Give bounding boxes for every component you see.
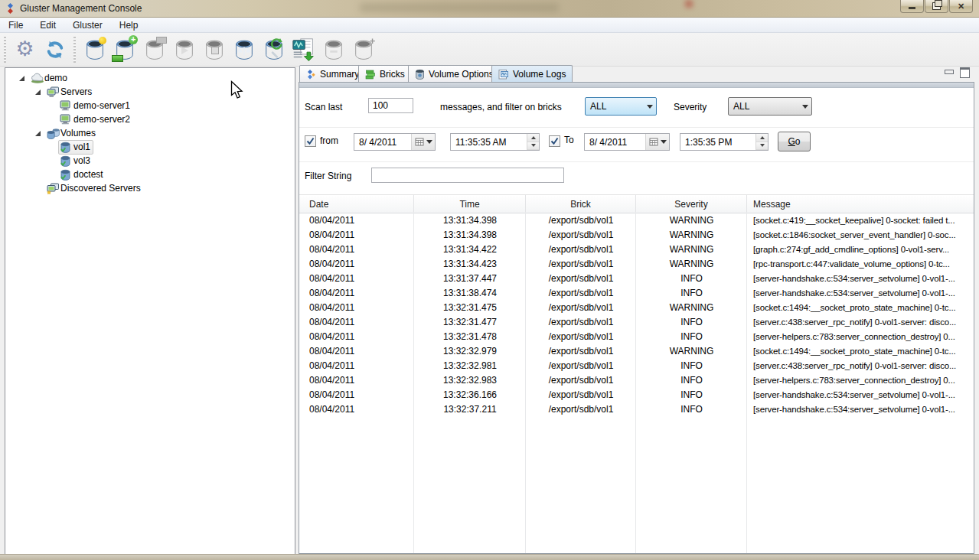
- column-header-date[interactable]: Date: [299, 195, 414, 213]
- expand-arrow-icon[interactable]: [18, 75, 29, 82]
- table-row[interactable]: 08/04/201113:31:34.398/export/sdb/vol1WA…: [299, 227, 974, 242]
- chevron-down-icon: [799, 105, 811, 109]
- tree-label: vol1: [73, 142, 90, 152]
- app-window: Gluster Management Console ✕ File Edit G…: [0, 0, 979, 560]
- volume-logs-icon: [498, 69, 509, 80]
- cell-message: [socket.c:1494:__socket_proto_state_mach…: [747, 347, 974, 356]
- tree-item-vol1[interactable]: vol1: [5, 140, 295, 154]
- tree-item-demo-server1[interactable]: demo-server1: [5, 99, 295, 112]
- cell-time: 13:31:34.398: [414, 230, 526, 240]
- spin-up-icon[interactable]: [756, 134, 768, 142]
- spin-up-icon[interactable]: [527, 134, 539, 142]
- minimize-button[interactable]: [900, 0, 924, 13]
- cell-time: 13:32:31.475: [414, 302, 526, 313]
- column-header-time[interactable]: Time: [414, 195, 526, 213]
- scan-last-label: Scan last: [305, 102, 342, 112]
- tree-item-doctest[interactable]: doctest: [5, 168, 295, 181]
- expand-arrow-icon[interactable]: [34, 130, 45, 137]
- to-time-spinner[interactable]: 1:35:35 PM: [680, 133, 769, 151]
- tree-item-discovered-servers[interactable]: Discovered Servers: [5, 181, 295, 195]
- table-row[interactable]: 08/04/201113:32:36.166/export/sdb/vol1IN…: [299, 387, 974, 402]
- clear-logs-button[interactable]: [319, 35, 348, 64]
- download-logs-button[interactable]: [289, 35, 318, 64]
- table-row[interactable]: 08/04/201113:31:34.423/export/sdb/vol1WA…: [299, 256, 974, 271]
- go-button[interactable]: Go: [778, 132, 811, 151]
- spinner-buttons[interactable]: [755, 134, 768, 150]
- cell-brick: /export/sdb/vol1: [526, 302, 636, 313]
- column-header-message[interactable]: Message: [747, 195, 974, 213]
- from-label: from: [320, 135, 338, 146]
- spinner-buttons[interactable]: [527, 134, 539, 150]
- table-row[interactable]: 08/04/201113:32:37.211/export/sdb/vol1IN…: [299, 402, 974, 416]
- cell-date: 08/04/2011: [299, 317, 414, 327]
- menu-edit[interactable]: Edit: [31, 18, 64, 32]
- spin-down-icon[interactable]: [527, 142, 539, 151]
- table-row[interactable]: 08/04/201113:31:34.422/export/sdb/vol1WA…: [299, 242, 974, 256]
- table-row[interactable]: 08/04/201113:32:32.979/export/sdb/vol1WA…: [299, 343, 974, 358]
- to-checkbox[interactable]: [549, 135, 560, 147]
- cell-message: [server.c:438:server_rpc_notify] 0-vol1-…: [747, 317, 974, 327]
- start-volume-button[interactable]: [170, 35, 198, 64]
- plus-badge-icon: +: [129, 35, 138, 44]
- tab-summary[interactable]: Summary: [299, 65, 366, 83]
- menu-file[interactable]: File: [0, 18, 31, 32]
- cell-severity: INFO: [636, 360, 747, 371]
- create-volume-button[interactable]: [80, 35, 109, 64]
- table-row[interactable]: 08/04/201113:31:38.474/export/sdb/vol1IN…: [299, 285, 974, 300]
- spin-down-icon[interactable]: [756, 142, 768, 151]
- cell-brick: /export/sdb/vol1: [526, 259, 636, 269]
- servers-group-icon: [47, 86, 60, 97]
- tab-bricks[interactable]: Bricks: [358, 65, 412, 83]
- tree-item-servers[interactable]: Servers: [5, 85, 295, 99]
- cell-severity: WARNING: [636, 346, 747, 357]
- add-brick-button[interactable]: +: [110, 35, 139, 64]
- tab-label: Volume Options: [429, 69, 494, 80]
- divider: [299, 161, 974, 162]
- expand-arrow-icon[interactable]: [34, 89, 45, 96]
- panel-maximize-icon[interactable]: [960, 67, 970, 78]
- to-date-picker[interactable]: 8/ 4/2011: [584, 133, 670, 151]
- table-row[interactable]: 08/04/201113:32:32.981/export/sdb/vol1IN…: [299, 358, 974, 373]
- tab-bar: Summary Bricks Volume Options Volume Log…: [299, 65, 974, 83]
- delete-volume-button[interactable]: +: [349, 35, 377, 64]
- tree-label: demo-server2: [73, 114, 130, 125]
- table-row[interactable]: 08/04/201113:31:34.398/export/sdb/vol1WA…: [299, 213, 974, 227]
- table-row[interactable]: 08/04/201113:32:31.475/export/sdb/vol1WA…: [299, 300, 974, 314]
- menu-help[interactable]: Help: [111, 18, 147, 32]
- tab-volume-logs[interactable]: Volume Logs: [491, 65, 573, 83]
- tree-item-vol3[interactable]: vol3: [5, 154, 295, 168]
- remove-brick-button[interactable]: [140, 35, 168, 64]
- column-header-brick[interactable]: Brick: [526, 195, 636, 213]
- from-date-picker[interactable]: 8/ 4/2011: [354, 133, 436, 151]
- restore-button[interactable]: [925, 0, 948, 13]
- tree-item-volumes[interactable]: Volumes: [5, 126, 295, 140]
- settings-button[interactable]: ⚙: [11, 35, 39, 64]
- column-header-severity[interactable]: Severity: [636, 195, 747, 213]
- severity-dropdown[interactable]: ALL: [728, 97, 812, 116]
- summary-icon: [306, 70, 316, 80]
- table-row[interactable]: 08/04/201113:32:31.478/export/sdb/vol1IN…: [299, 329, 974, 343]
- scan-last-input[interactable]: [368, 98, 413, 113]
- cell-date: 08/04/2011: [299, 375, 414, 386]
- panel-minimize-icon[interactable]: [945, 70, 954, 74]
- refresh-button[interactable]: [41, 35, 69, 64]
- table-row[interactable]: 08/04/201113:32:32.983/export/sdb/vol1IN…: [299, 373, 974, 387]
- rebalance-volume-button[interactable]: [230, 35, 258, 64]
- table-row[interactable]: 08/04/201113:32:31.477/export/sdb/vol1IN…: [299, 314, 974, 329]
- from-time-spinner[interactable]: 11:35:35 AM: [450, 133, 540, 151]
- from-checkbox[interactable]: [305, 135, 316, 147]
- calendar-icon[interactable]: [411, 134, 435, 150]
- table-row[interactable]: 08/04/201113:31:37.447/export/sdb/vol1IN…: [299, 271, 974, 285]
- selected-tree-item[interactable]: vol1: [58, 140, 93, 155]
- close-button[interactable]: ✕: [949, 0, 973, 13]
- calendar-icon[interactable]: [645, 134, 669, 150]
- menu-gluster[interactable]: Gluster: [64, 18, 111, 32]
- bricks-filter-dropdown[interactable]: ALL: [585, 97, 657, 116]
- filter-string-input[interactable]: [371, 168, 564, 183]
- tree-label: demo: [44, 73, 67, 83]
- stop-volume-button[interactable]: [200, 35, 228, 64]
- migrate-brick-button[interactable]: [259, 35, 288, 64]
- tree-item-demo-server2[interactable]: demo-server2: [5, 112, 295, 126]
- tree-item-demo[interactable]: demo: [5, 71, 295, 85]
- tab-volume-options[interactable]: Volume Options: [408, 65, 501, 83]
